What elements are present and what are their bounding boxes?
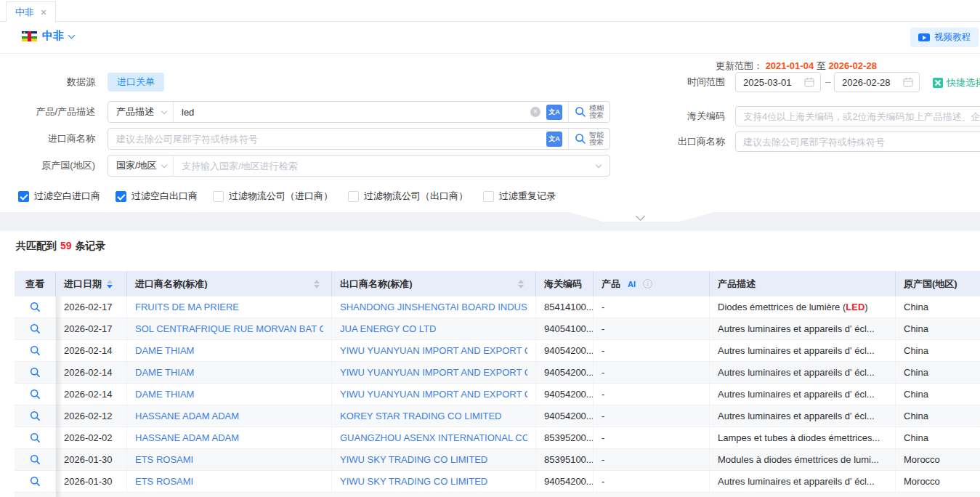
exporter-link[interactable]: YIWU YUANYUAN IMPORT AND EXPORT C... — [340, 389, 527, 400]
exporter-link[interactable]: YIWU YUANYUAN IMPORT AND EXPORT C... — [340, 367, 527, 378]
sort-asc-icon[interactable] — [518, 280, 524, 283]
tab-zhongfei[interactable]: 中非 × — [6, 1, 56, 22]
info-icon[interactable]: i — [643, 279, 652, 288]
view-record-search-icon[interactable] — [30, 367, 41, 378]
view-record-search-icon[interactable] — [30, 323, 41, 334]
view-record-search-icon[interactable] — [30, 432, 41, 443]
sort-asc-icon[interactable] — [107, 280, 113, 283]
exporter-link[interactable]: GUANGZHOU ASENX INTERNATIONAL CO ... — [340, 432, 527, 443]
time-range-start-value: 2025-03-01 — [743, 77, 792, 88]
sort-icons[interactable] — [107, 280, 113, 288]
translate-icon[interactable]: 文A — [546, 132, 562, 147]
table-row: 2026-01-30 ETS ROSAMI YIWU SKY TRADING C… — [15, 449, 980, 471]
time-range-label: 时间范围 — [625, 71, 725, 93]
checkbox[interactable] — [116, 191, 126, 202]
importer-link[interactable]: FRUITS DE MA PRIERE — [135, 302, 239, 312]
exporter-name-input[interactable] — [735, 132, 980, 152]
origin-country-cell: China — [896, 296, 980, 318]
importer-link[interactable]: SOL CENTRAFRIQUE RUE MORVAN BAT OF... — [135, 323, 323, 334]
importer-link[interactable]: HASSANE ADAM ADAM — [135, 432, 239, 443]
time-range-start-input[interactable]: 2025-03-01 — [735, 72, 821, 92]
importer-link[interactable]: DAME THIAM — [135, 389, 194, 400]
checkbox[interactable] — [483, 191, 494, 202]
sort-icons[interactable] — [314, 280, 320, 288]
sort-desc-icon-active[interactable] — [107, 285, 113, 288]
importer-link[interactable]: DAME THIAM — [135, 367, 194, 378]
country-name: 中非 — [42, 29, 64, 43]
product-ai-cell: - — [594, 384, 710, 405]
origin-country-cell: China — [896, 340, 980, 361]
hs-code-cell: 94054200... — [536, 362, 594, 383]
header-product-desc: 产品描述 — [710, 271, 896, 296]
origin-type-select[interactable]: 国家/地区 — [108, 155, 174, 176]
sort-desc-icon[interactable] — [518, 285, 524, 288]
exporter-link[interactable]: SHANDONG JINSHENGTAI BOARD INDUST... — [340, 302, 527, 312]
view-record-search-icon[interactable] — [30, 454, 41, 465]
video-tutorial-button[interactable]: 视频教程 — [910, 28, 979, 47]
quick-select-button[interactable]: 快捷选择 — [933, 76, 980, 89]
origin-type-select-value: 国家/地区 — [116, 159, 157, 172]
view-cell — [15, 427, 56, 448]
exporter-link[interactable]: JUA ENERGY CO LTD — [340, 323, 436, 334]
checkbox[interactable] — [18, 191, 29, 202]
header-importer[interactable]: 进口商名称(标准) — [127, 271, 332, 296]
sort-icons[interactable] — [518, 280, 524, 288]
fuzzy-search-button[interactable]: 模糊 搜索 — [568, 102, 610, 122]
desc-text: Autres luminaires et appareils d' écl... — [718, 345, 875, 356]
filter-blank-importer[interactable]: 过滤空白进口商 — [18, 190, 100, 203]
checkbox[interactable] — [213, 191, 224, 202]
sort-asc-icon[interactable] — [314, 280, 320, 283]
importer-link[interactable]: HASSANE ADAM ADAM — [135, 411, 239, 421]
view-record-search-icon[interactable] — [30, 345, 41, 356]
tab-close-icon[interactable]: × — [41, 7, 46, 17]
product-search-input[interactable] — [174, 102, 530, 122]
update-range-to-word: 至 — [817, 60, 826, 71]
quick-select-icon — [933, 78, 943, 88]
view-record-search-icon[interactable] — [30, 389, 41, 400]
view-record-search-icon[interactable] — [30, 476, 41, 487]
header-product-ai: 产品 AI i — [594, 271, 710, 296]
exporter-link[interactable]: YIWU SKY TRADING CO LIMITED — [340, 476, 487, 487]
exporter-link[interactable]: YIWU YUANYUAN IMPORT AND EXPORT C... — [340, 345, 527, 356]
chevron-down-icon — [161, 161, 167, 167]
clear-icon[interactable]: × — [530, 107, 540, 117]
importer-cell: DAME THIAM — [127, 362, 332, 383]
datasource-import-declaration-button[interactable]: 进口关单 — [108, 73, 164, 92]
tab-bar: 中非 × — [0, 0, 980, 22]
translate-icon[interactable]: 文A — [546, 105, 562, 120]
view-cell — [15, 471, 56, 492]
filter-logistics-importer[interactable]: 过滤物流公司（进口商） — [213, 190, 333, 203]
exporter-link[interactable]: YIWU SKY TRADING CO LIMITED — [340, 454, 487, 465]
importer-name-input[interactable] — [108, 129, 546, 149]
importer-link[interactable]: DAME THIAM — [135, 345, 194, 356]
view-cell — [15, 340, 56, 361]
update-range-label: 更新范围： — [716, 60, 763, 71]
exporter-link[interactable]: KOREY STAR TRADING CO LIMITED — [340, 411, 501, 421]
search-icon — [575, 133, 586, 145]
filter-blank-exporter[interactable]: 过滤空白出口商 — [116, 190, 198, 203]
filter-duplicate-records[interactable]: 过滤重复记录 — [483, 190, 556, 203]
tab-label: 中非 — [15, 6, 34, 19]
view-record-search-icon[interactable] — [30, 411, 41, 421]
hs-code-input[interactable] — [735, 106, 980, 126]
checkbox-label: 过滤空白进口商 — [34, 190, 100, 203]
importer-link[interactable]: ETS ROSAMI — [135, 454, 193, 465]
importer-link[interactable]: ETS ROSAMI — [135, 476, 193, 487]
time-range-end-input[interactable]: 2026-02-28 — [834, 72, 920, 92]
origin-country-input[interactable] — [174, 155, 596, 176]
country-selector[interactable]: 中非 — [22, 29, 74, 43]
video-tutorial-label: 视频教程 — [934, 31, 971, 44]
header-import-date[interactable]: 进口日期 — [56, 271, 127, 296]
view-cell — [15, 318, 56, 339]
filter-logistics-exporter[interactable]: 过滤物流公司（出口商） — [348, 190, 468, 203]
product-field-select[interactable]: 产品描述 — [108, 102, 174, 122]
results-prefix: 共匹配到 — [16, 240, 57, 251]
header-exporter[interactable]: 出口商名称(标准) — [332, 271, 536, 296]
hs-code-cell: 85395100... — [536, 449, 594, 470]
checkbox[interactable] — [348, 191, 359, 202]
smart-search-button[interactable]: 智能 搜索 — [568, 129, 610, 149]
view-record-search-icon[interactable] — [30, 302, 41, 312]
video-camera-icon — [918, 33, 930, 41]
product-label: 产品/产品描述 — [0, 101, 95, 123]
sort-desc-icon[interactable] — [314, 285, 320, 288]
